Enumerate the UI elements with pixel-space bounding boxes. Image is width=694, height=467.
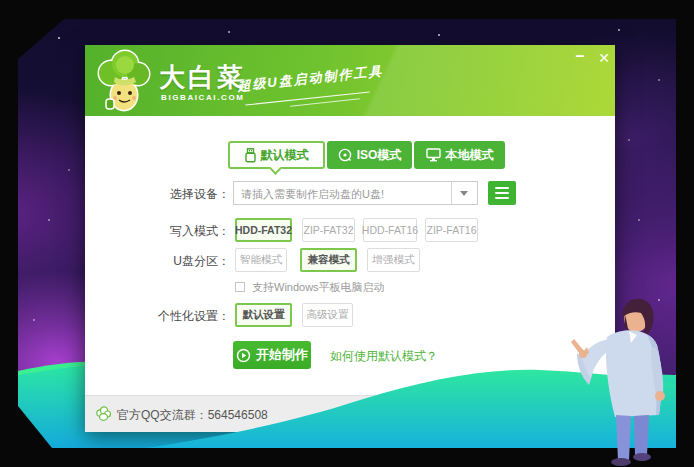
cartoon-character <box>563 295 676 467</box>
screen: 大白菜 BIGBAICAI.COM 超级U盘启动制作工具 – ✕ 默认模式 <box>0 0 694 467</box>
